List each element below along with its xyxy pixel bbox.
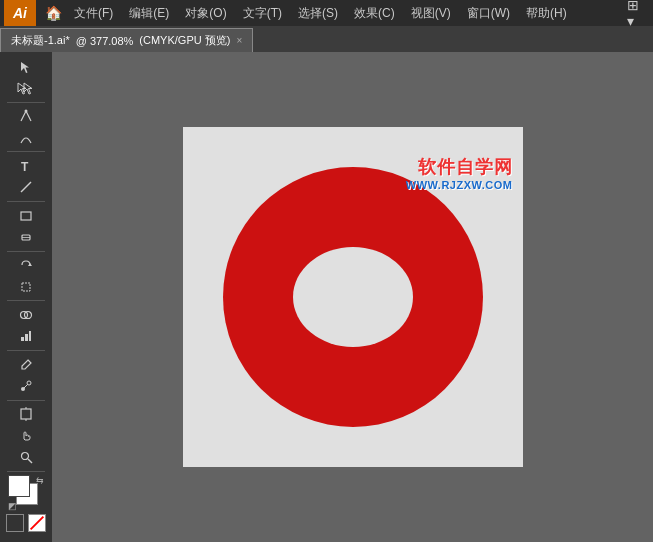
- eraser-tool-button[interactable]: [3, 226, 49, 247]
- svg-marker-9: [28, 263, 32, 266]
- menu-select[interactable]: 选择(S): [290, 1, 346, 26]
- svg-marker-0: [21, 62, 29, 73]
- line-segment-tool-button[interactable]: [3, 177, 49, 198]
- menu-window[interactable]: 窗口(W): [459, 1, 518, 26]
- document-tab[interactable]: 未标题-1.ai* @ 377.08% (CMYK/GPU 预览) ×: [0, 28, 253, 52]
- menu-object[interactable]: 对象(O): [177, 1, 234, 26]
- tab-zoom: @ 377.08%: [76, 35, 134, 47]
- toolbar-separator-3: [7, 201, 45, 202]
- toolbar-separator-1: [7, 102, 45, 103]
- menu-effect[interactable]: 效果(C): [346, 1, 403, 26]
- toolbar-separator-4: [7, 251, 45, 252]
- svg-marker-2: [24, 83, 32, 94]
- rectangle-tool-button[interactable]: [3, 205, 49, 226]
- svg-rect-14: [25, 334, 28, 341]
- selection-tool-button[interactable]: [3, 56, 49, 77]
- watermark: 软件自学网 WWW.RJZXW.COM: [406, 155, 513, 191]
- tab-filename: 未标题-1.ai*: [11, 33, 70, 48]
- reset-colors-icon[interactable]: ◩: [8, 501, 17, 511]
- color-boxes[interactable]: ⇆ ◩: [8, 475, 44, 511]
- svg-line-23: [28, 459, 32, 463]
- svg-text:T: T: [21, 160, 29, 173]
- stroke-box[interactable]: [6, 514, 24, 532]
- toolbar-separator-6: [7, 350, 45, 351]
- toolbar: T: [0, 52, 52, 542]
- main-area: T: [0, 52, 653, 542]
- svg-rect-10: [22, 283, 30, 291]
- svg-rect-15: [29, 331, 31, 341]
- menu-edit[interactable]: 编辑(E): [121, 1, 177, 26]
- curvature-tool-button[interactable]: [3, 127, 49, 148]
- menu-right: ⊞ ▾: [627, 2, 649, 24]
- none-box[interactable]: [28, 514, 46, 532]
- menu-help[interactable]: 帮助(H): [518, 1, 575, 26]
- eyedropper-tool-button[interactable]: [3, 354, 49, 375]
- shape-builder-tool-button[interactable]: [3, 304, 49, 325]
- stroke-none-row: [6, 514, 46, 532]
- swap-colors-icon[interactable]: ⇆: [36, 475, 44, 485]
- type-tool-button[interactable]: T: [3, 155, 49, 176]
- home-button[interactable]: 🏠: [40, 0, 66, 26]
- menu-items: 文件(F) 编辑(E) 对象(O) 文字(T) 选择(S) 效果(C) 视图(V…: [66, 1, 627, 26]
- svg-point-22: [22, 453, 29, 460]
- svg-rect-13: [21, 337, 24, 341]
- app-logo: Ai: [4, 0, 36, 26]
- tab-colormode: (CMYK/GPU 预览): [139, 33, 230, 48]
- toolbar-separator-7: [7, 400, 45, 401]
- pen-tool-button[interactable]: [3, 106, 49, 127]
- watermark-line1: 软件自学网: [418, 155, 513, 179]
- free-transform-tool-button[interactable]: [3, 276, 49, 297]
- donut-outer-shape: [223, 167, 483, 427]
- blend-tool-button[interactable]: [3, 375, 49, 396]
- artboard: 软件自学网 WWW.RJZXW.COM: [183, 127, 523, 467]
- svg-point-3: [25, 110, 28, 113]
- svg-rect-6: [21, 212, 31, 220]
- foreground-color-box[interactable]: [8, 475, 30, 497]
- rotate-tool-button[interactable]: [3, 255, 49, 276]
- direct-selection-tool-button[interactable]: [3, 77, 49, 98]
- tab-close-button[interactable]: ×: [236, 36, 242, 46]
- svg-line-18: [24, 384, 28, 388]
- menu-view[interactable]: 视图(V): [403, 1, 459, 26]
- zoom-tool-button[interactable]: [3, 447, 49, 468]
- hand-tool-button[interactable]: [3, 425, 49, 446]
- toolbar-separator-2: [7, 151, 45, 152]
- color-area: ⇆ ◩: [6, 475, 46, 538]
- canvas-area[interactable]: 软件自学网 WWW.RJZXW.COM: [52, 52, 653, 542]
- donut-inner-hole: [293, 247, 413, 347]
- toolbar-separator-8: [7, 471, 45, 472]
- svg-line-5: [21, 182, 31, 192]
- svg-rect-19: [21, 409, 31, 419]
- menu-type[interactable]: 文字(T): [235, 1, 290, 26]
- workspace-switcher-icon[interactable]: ⊞ ▾: [627, 2, 649, 24]
- chart-tool-button[interactable]: [3, 326, 49, 347]
- tab-bar: 未标题-1.ai* @ 377.08% (CMYK/GPU 预览) ×: [0, 26, 653, 52]
- artboard-tool-button[interactable]: [3, 404, 49, 425]
- menu-bar: Ai 🏠 文件(F) 编辑(E) 对象(O) 文字(T) 选择(S) 效果(C)…: [0, 0, 653, 26]
- menu-file[interactable]: 文件(F): [66, 1, 121, 26]
- toolbar-separator-5: [7, 300, 45, 301]
